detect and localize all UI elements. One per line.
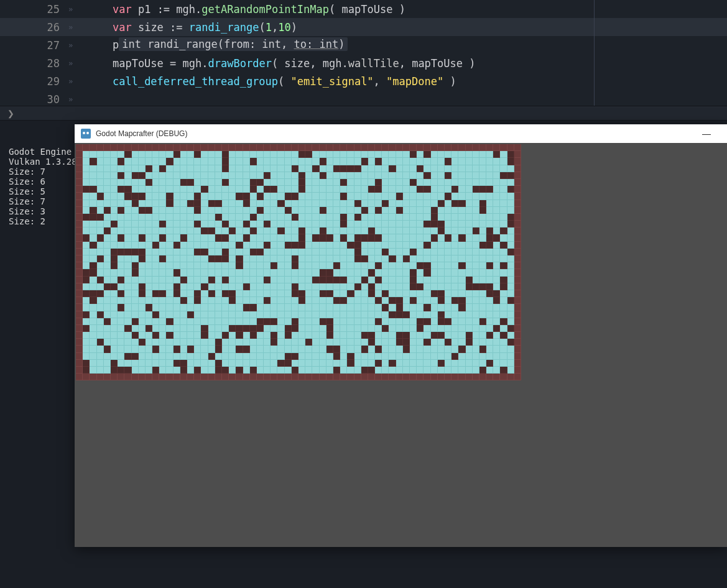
tile bbox=[243, 374, 250, 380]
tile bbox=[285, 269, 292, 276]
tile bbox=[174, 165, 180, 172]
fold-icon[interactable]: » bbox=[68, 5, 87, 14]
tile bbox=[229, 297, 236, 304]
tile bbox=[479, 193, 486, 200]
game-debug-window[interactable]: Godot Mapcrafter (DEBUG) — bbox=[75, 124, 727, 547]
tile bbox=[292, 311, 299, 318]
tile bbox=[159, 165, 166, 172]
tile bbox=[403, 283, 410, 290]
tile bbox=[146, 249, 152, 255]
tile bbox=[479, 207, 486, 214]
tile bbox=[347, 297, 354, 304]
tile bbox=[389, 151, 396, 158]
tile bbox=[132, 172, 139, 179]
panel-divider[interactable]: ❯ bbox=[0, 106, 727, 121]
tile bbox=[299, 158, 305, 165]
tile bbox=[174, 374, 180, 380]
tile bbox=[271, 277, 277, 283]
editor-ruler bbox=[594, 0, 595, 106]
tile bbox=[104, 186, 111, 193]
tile bbox=[347, 165, 354, 172]
tile bbox=[257, 318, 264, 325]
code-line[interactable]: 29» call_deferred_thread_group( "emit_si… bbox=[0, 72, 727, 90]
tile bbox=[410, 304, 417, 311]
tile bbox=[264, 242, 271, 249]
code-line[interactable]: 28» mapToUse = mgh.drawBorder( size, mgh… bbox=[0, 54, 727, 72]
expand-icon[interactable]: ❯ bbox=[7, 107, 14, 120]
tile bbox=[201, 186, 208, 193]
code-content[interactable]: call_deferred_thread_group( "emit_signal… bbox=[87, 75, 456, 88]
tile bbox=[104, 283, 111, 290]
tile bbox=[320, 297, 326, 304]
window-titlebar[interactable]: Godot Mapcrafter (DEBUG) — bbox=[75, 124, 727, 143]
fold-icon[interactable]: » bbox=[68, 23, 87, 32]
tile bbox=[326, 144, 333, 151]
tile bbox=[222, 346, 229, 352]
tile bbox=[445, 255, 451, 262]
tile bbox=[243, 193, 250, 200]
tile bbox=[361, 346, 368, 352]
tile bbox=[312, 165, 319, 172]
code-content[interactable]: var size := randi_range(1,10) bbox=[87, 21, 297, 34]
tile bbox=[292, 242, 299, 249]
tile bbox=[438, 277, 445, 283]
code-line[interactable]: 25» var p1 := mgh.getARandomPointInMap( … bbox=[0, 0, 727, 18]
tile bbox=[250, 332, 257, 339]
tile bbox=[97, 179, 104, 186]
code-content[interactable]: pint randi_range(from: int, to: int) bbox=[87, 39, 348, 52]
tile bbox=[389, 158, 396, 165]
tile bbox=[208, 242, 215, 249]
code-content[interactable]: var p1 := mgh.getARandomPointInMap( mapT… bbox=[87, 3, 405, 16]
tile bbox=[451, 283, 458, 290]
fold-icon[interactable]: » bbox=[68, 77, 87, 86]
tile bbox=[473, 186, 479, 193]
tile bbox=[326, 249, 333, 255]
tile bbox=[305, 283, 312, 290]
minimize-button[interactable]: — bbox=[692, 129, 721, 139]
fold-icon[interactable]: » bbox=[68, 41, 87, 50]
tile bbox=[458, 277, 465, 283]
tile bbox=[236, 367, 243, 374]
tile bbox=[347, 311, 354, 318]
tile bbox=[417, 234, 424, 241]
tile bbox=[438, 186, 445, 193]
tile bbox=[458, 304, 465, 311]
tile bbox=[208, 207, 215, 214]
fold-icon[interactable]: » bbox=[68, 59, 87, 68]
tile bbox=[194, 367, 201, 374]
tile bbox=[76, 234, 83, 241]
tile bbox=[354, 297, 361, 304]
tile bbox=[229, 234, 236, 241]
code-line[interactable]: 26» var size := randi_range(1,10) bbox=[0, 18, 727, 36]
tile bbox=[243, 283, 250, 290]
fold-icon[interactable]: » bbox=[68, 95, 87, 104]
tile bbox=[264, 304, 271, 311]
code-line[interactable]: 27» pint randi_range(from: int, to: int) bbox=[0, 36, 727, 54]
tile bbox=[424, 186, 430, 193]
tile bbox=[368, 151, 375, 158]
tile bbox=[403, 304, 410, 311]
tile bbox=[466, 262, 473, 269]
tile bbox=[417, 269, 424, 276]
tile bbox=[146, 255, 152, 262]
tile bbox=[473, 151, 479, 158]
tile bbox=[333, 179, 340, 186]
tile bbox=[277, 144, 284, 151]
tile bbox=[285, 374, 292, 380]
tile bbox=[139, 297, 146, 304]
tile bbox=[396, 255, 403, 262]
tile bbox=[514, 318, 521, 325]
code-line[interactable]: 30» bbox=[0, 90, 727, 106]
tile bbox=[361, 249, 368, 255]
tile bbox=[257, 227, 264, 234]
tile bbox=[431, 304, 438, 311]
tile bbox=[229, 200, 236, 207]
tile bbox=[111, 325, 118, 332]
code-editor[interactable]: 25» var p1 := mgh.getARandomPointInMap( … bbox=[0, 0, 727, 106]
tile bbox=[354, 367, 361, 374]
tile bbox=[396, 318, 403, 325]
tile bbox=[152, 277, 159, 283]
tile bbox=[396, 332, 403, 339]
code-content[interactable]: mapToUse = mgh.drawBorder( size, mgh.wal… bbox=[87, 57, 476, 70]
tile bbox=[97, 353, 104, 360]
